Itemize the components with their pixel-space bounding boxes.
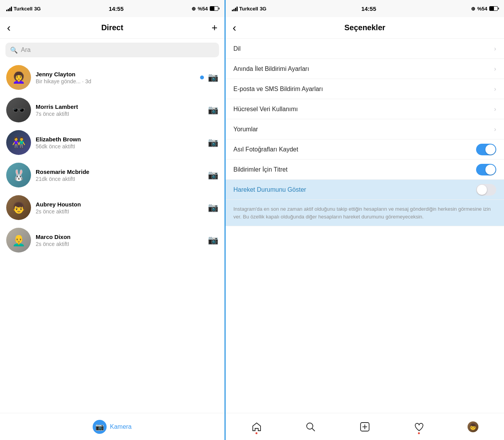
right-battery-pct: %54: [477, 6, 487, 12]
profile-avatar: 👦: [468, 421, 478, 432]
svg-line-1: [312, 428, 315, 431]
search-icon: 🔍: [10, 46, 18, 54]
heart-nav-icon: [414, 421, 425, 432]
left-carrier: Turkcell: [14, 6, 33, 12]
camera-icon[interactable]: 📷: [208, 72, 218, 82]
message-preview: Bir hikaye gönde... · 3d: [36, 78, 195, 84]
left-header: ‹ Direct +: [0, 17, 224, 39]
left-network: 3G: [34, 6, 41, 12]
message-name: Marco Dixon: [36, 234, 203, 240]
toggle-knob: [485, 165, 495, 175]
avatar-face: 👦: [6, 195, 31, 220]
camera-bottom-label: Kamera: [110, 423, 131, 430]
chevron-icon: ›: [494, 85, 496, 93]
settings-item-hareket[interactable]: Hareket Durumunu Göster: [226, 180, 504, 200]
toggle-bildirimler[interactable]: [476, 164, 496, 175]
right-carrier-info: Turkcell 3G: [232, 6, 266, 12]
right-bottom-nav: 👦: [226, 413, 504, 440]
settings-item-dil[interactable]: Dil ›: [226, 39, 504, 59]
message-actions: 📷: [208, 235, 218, 245]
home-dot: [255, 432, 257, 434]
signal-bars: [6, 6, 12, 11]
camera-icon[interactable]: 📷: [208, 235, 218, 245]
nav-item-heart[interactable]: [410, 419, 428, 434]
left-back-button[interactable]: ‹: [7, 22, 19, 34]
nav-item-profile[interactable]: 👦: [464, 419, 482, 434]
settings-item-label: Dil: [233, 45, 494, 52]
avatar: 👩‍🦱: [6, 65, 31, 90]
signal-bar-2: [233, 9, 235, 11]
left-panel: Turkcell 3G 14:55 ⊕ %54 ‹ Direct + 🔍 Ara…: [0, 0, 226, 440]
nav-item-home[interactable]: [247, 419, 266, 434]
toggle-fotograflar[interactable]: [476, 144, 496, 155]
settings-item-eposta[interactable]: E-posta ve SMS Bildirim Ayarları ›: [226, 79, 504, 99]
chevron-icon: ›: [494, 105, 496, 113]
settings-item-aninda[interactable]: Anında İlet Bildirimi Ayarları ›: [226, 59, 504, 79]
right-right-status: ⊕ %54: [471, 6, 498, 12]
list-item[interactable]: 🕶️ Morris Lambert 7s önce aktiftI 📷: [0, 94, 224, 126]
left-header-title: Direct: [19, 23, 206, 32]
avatar-face: 🕶️: [6, 98, 31, 122]
settings-item-label: Hücresel Veri Kullanımı: [233, 106, 494, 113]
camera-bottom-button[interactable]: 📷 Kamera: [93, 420, 131, 434]
list-item[interactable]: 👨‍🦲 Marco Dixon 2s önce aktiftI 📷: [0, 224, 224, 256]
message-name: Jenny Clayton: [36, 71, 195, 77]
right-back-button[interactable]: ‹: [233, 22, 244, 34]
toggle-hareket[interactable]: [476, 184, 496, 196]
right-status-bar: Turkcell 3G 14:55 ⊕ %54: [226, 0, 504, 17]
message-name: Aubrey Houston: [36, 201, 203, 208]
left-status-bar: Turkcell 3G 14:55 ⊕ %54: [0, 0, 224, 17]
settings-item-yorumlar[interactable]: Yorumlar ›: [226, 119, 504, 139]
message-info: Aubrey Houston 2s önce aktiftI: [36, 201, 203, 215]
unread-dot: [200, 76, 204, 79]
message-list: 👩‍🦱 Jenny Clayton Bir hikaye gönde... · …: [0, 61, 224, 413]
camera-icon[interactable]: 📷: [208, 138, 218, 148]
message-info: Marco Dixon 2s önce aktiftI: [36, 234, 203, 247]
list-item[interactable]: 👫 Elizabeth Brown 56dk önce aktiftI 📷: [0, 126, 224, 159]
search-bar[interactable]: 🔍 Ara: [5, 43, 219, 57]
right-carrier: Turkcell: [239, 6, 258, 12]
camera-icon[interactable]: 📷: [208, 170, 218, 180]
message-actions: 📷: [208, 138, 218, 148]
settings-item-fotograflar[interactable]: Asıl Fotoğrafları Kaydet: [226, 139, 504, 160]
message-info: Jenny Clayton Bir hikaye gönde... · 3d: [36, 71, 195, 84]
message-preview: 2s önce aktiftI: [36, 208, 203, 215]
battery-fill: [210, 7, 214, 10]
left-battery-icon: [210, 6, 218, 11]
avatar: 🐰: [6, 163, 31, 187]
message-preview: 7s önce aktiftI: [36, 111, 203, 117]
signal-bar-3: [9, 8, 10, 11]
settings-item-label: Hareket Durumunu Göster: [233, 186, 476, 193]
add-nav-icon: [359, 421, 370, 432]
settings-item-hucresel[interactable]: Hücresel Veri Kullanımı ›: [226, 99, 504, 119]
nav-item-add[interactable]: [356, 419, 374, 434]
right-time: 14:55: [361, 5, 376, 12]
message-info: Elizabeth Brown 56dk önce aktiftI: [36, 136, 203, 150]
settings-item-bildirimler[interactable]: Bildirimler İçin Titret: [226, 160, 504, 180]
avatar-face: 👩‍🦱: [6, 65, 31, 90]
camera-icon[interactable]: 📷: [208, 105, 218, 115]
right-battery-icon: [489, 6, 498, 11]
right-header: ‹ Seçenekler: [226, 17, 504, 39]
left-carrier-info: Turkcell 3G: [6, 6, 41, 12]
avatar: 👨‍🦲: [6, 228, 31, 253]
camera-icon[interactable]: 📷: [208, 203, 218, 213]
hareket-description: Instagram'da en son ne zaman aktif olduğ…: [233, 205, 496, 220]
right-battery-fill: [490, 7, 494, 10]
settings-list: Dil › Anında İlet Bildirimi Ayarları › E…: [226, 39, 504, 413]
list-item[interactable]: 🐰 Rosemarie Mcbride 21dk önce aktiftI 📷: [0, 159, 224, 191]
chevron-icon: ›: [494, 125, 496, 133]
chevron-icon: ›: [494, 65, 496, 73]
message-preview: 2s önce aktiftI: [36, 241, 203, 247]
camera-bottom-icon: 📷: [93, 420, 107, 434]
right-location-icon: ⊕: [471, 6, 475, 12]
signal-bar-3: [235, 8, 236, 11]
list-item[interactable]: 👦 Aubrey Houston 2s önce aktiftI 📷: [0, 191, 224, 224]
list-item[interactable]: 👩‍🦱 Jenny Clayton Bir hikaye gönde... · …: [0, 61, 224, 94]
message-name: Morris Lambert: [36, 103, 203, 110]
message-info: Rosemarie Mcbride 21dk önce aktiftI: [36, 168, 203, 182]
left-add-button[interactable]: +: [206, 22, 217, 34]
nav-item-search[interactable]: [301, 419, 320, 434]
settings-item-label: Asıl Fotoğrafları Kaydet: [233, 146, 476, 153]
signal-bar-4: [236, 7, 238, 11]
